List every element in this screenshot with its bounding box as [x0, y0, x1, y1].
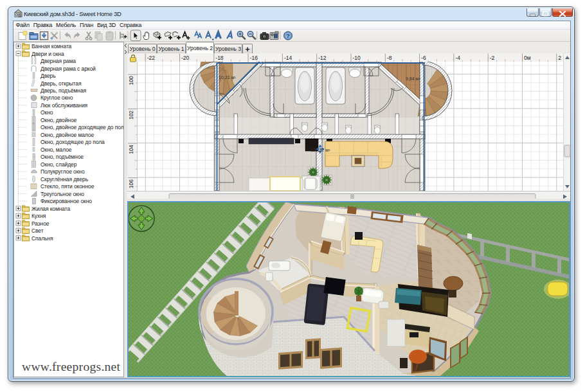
- svg-text:-4: -4: [455, 54, 460, 60]
- svg-text:2: 2: [558, 54, 561, 60]
- svg-text:Дверь, подъёмная: Дверь, подъёмная: [40, 87, 87, 94]
- svg-text:Разное: Разное: [32, 220, 50, 227]
- svg-text:0м: 0м: [524, 54, 531, 60]
- svg-text:Люк обслуживания: Люк обслуживания: [40, 102, 88, 109]
- svg-text:Стекло, пяти оконное: Стекло, пяти оконное: [40, 183, 94, 190]
- svg-text:Дверная рама: Дверная рама: [40, 58, 76, 64]
- svg-text:Окно, малое: Окно, малое: [40, 147, 72, 153]
- svg-text:Треугольное окно: Треугольное окно: [40, 191, 84, 197]
- svg-text:Окно, доходящее до пола: Окно, доходящее до пола: [40, 139, 105, 145]
- svg-text:10,21 м²: 10,21 м²: [219, 75, 236, 80]
- svg-text:104: 104: [128, 145, 134, 154]
- svg-text:Окно, двойное малое: Окно, двойное малое: [40, 132, 94, 138]
- svg-text:Ванная комната: Ванная комната: [32, 43, 72, 49]
- svg-text:-20: -20: [181, 54, 190, 60]
- svg-text:Двери и окна: Двери и окна: [32, 51, 64, 57]
- svg-text:Окно, слайдер: Окно, слайдер: [40, 161, 77, 168]
- svg-text:-12: -12: [318, 54, 327, 60]
- svg-text:9,84 м²: 9,84 м²: [406, 76, 420, 81]
- svg-text:Окно: Окно: [40, 109, 53, 116]
- svg-text:120,37 м²: 120,37 м²: [310, 148, 330, 152]
- svg-text:Окно, подъёмное: Окно, подъёмное: [40, 154, 84, 160]
- svg-text:Кухня: Кухня: [32, 213, 46, 219]
- svg-text:-18: -18: [215, 54, 224, 60]
- svg-text:Полукруглое окно: Полукруглое окно: [40, 168, 85, 175]
- svg-text:Жилая комната: Жилая комната: [32, 206, 70, 212]
- svg-text:Свет: Свет: [32, 227, 44, 234]
- svg-text:?: ?: [286, 32, 290, 39]
- svg-text:102: 102: [128, 110, 134, 119]
- svg-text:-22: -22: [147, 54, 156, 60]
- svg-text:Скруглённая дверь: Скруглённая дверь: [40, 176, 89, 183]
- svg-text:Дверная рама с аркой: Дверная рама с аркой: [40, 66, 96, 72]
- svg-text:-2: -2: [490, 54, 495, 60]
- svg-text:-8: -8: [387, 54, 392, 60]
- svg-text:Фиксированное окно: Фиксированное окно: [40, 198, 92, 204]
- svg-text:Окно, двойное: Окно, двойное: [40, 117, 77, 123]
- svg-text:-10: -10: [353, 54, 361, 60]
- svg-text:Дверь: Дверь: [40, 73, 56, 79]
- svg-text:-6: -6: [421, 54, 426, 60]
- svg-text:106: 106: [128, 179, 134, 188]
- svg-text:Круглое окно: Круглое окно: [40, 94, 73, 101]
- svg-text:100: 100: [128, 76, 134, 85]
- svg-text:Спальня: Спальня: [32, 235, 53, 242]
- svg-text:Окно, двойное доходящее до пол: Окно, двойное доходящее до пола: [40, 124, 123, 130]
- svg-text:-14: -14: [284, 54, 292, 60]
- svg-text:Дверь, открытая: Дверь, открытая: [40, 80, 82, 87]
- svg-text:-16: -16: [250, 54, 258, 60]
